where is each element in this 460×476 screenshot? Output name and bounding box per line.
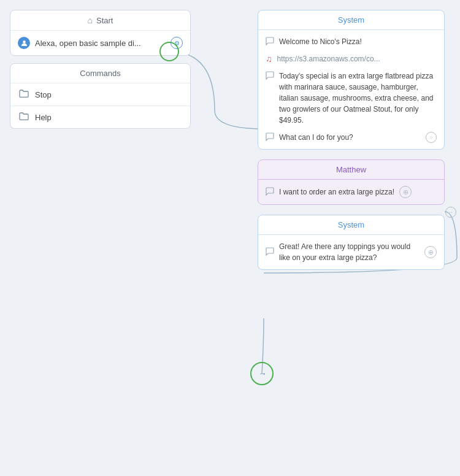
help-folder-icon xyxy=(19,112,29,122)
right-panels: System Welcome to Nico's Pizza! ♫ https:… xyxy=(258,10,445,280)
connector-circle-1[interactable] xyxy=(159,42,179,61)
home-icon: ⌂ xyxy=(88,15,93,25)
system2-body: Great! Are there any toppings you would … xyxy=(258,235,444,269)
connector-circle-2[interactable]: → xyxy=(250,362,274,385)
commands-block: Commands Stop Help xyxy=(10,63,191,129)
left-panel: ⌂ Start Alexa, open basic sample di... ⚙… xyxy=(10,10,191,129)
msg-what: What can I do for you? ○ xyxy=(266,132,437,143)
special-text: Today's special is an extra large flatbr… xyxy=(279,71,437,126)
svg-point-0 xyxy=(23,40,26,43)
commands-header: Commands xyxy=(10,64,190,83)
link-text[interactable]: https://s3.amazonaws.com/co... xyxy=(277,53,380,64)
system-panel-1: System Welcome to Nico's Pizza! ♫ https:… xyxy=(258,10,445,150)
matthew-body: I want to order an extra large pizza! ⊕ xyxy=(258,180,444,204)
msg-special: Today's special is an extra large flatbr… xyxy=(266,71,437,126)
music-icon: ♫ xyxy=(266,54,272,64)
system2-header: System xyxy=(258,215,444,235)
start-header: ⌂ Start xyxy=(10,10,190,31)
system2-toppings-text: Great! Are there any toppings you would … xyxy=(279,241,420,263)
matthew-order-text: I want to order an extra large pizza! xyxy=(279,186,394,198)
system-panel-2: System Great! Are there any toppings you… xyxy=(258,215,445,270)
chat-icon-1 xyxy=(266,37,274,47)
chat-icon-2 xyxy=(266,71,274,82)
system1-body: Welcome to Nico's Pizza! ♫ https://s3.am… xyxy=(258,30,444,149)
chat-icon-3 xyxy=(266,132,274,143)
system1-right-connector[interactable]: → xyxy=(445,207,456,218)
command-help[interactable]: Help xyxy=(10,106,190,128)
person-icon xyxy=(18,37,30,49)
chat-icon-system2 xyxy=(266,247,274,258)
msg-link: ♫ https://s3.amazonaws.com/co... xyxy=(266,53,437,64)
system1-header: System xyxy=(258,10,444,30)
start-title: Start xyxy=(96,16,113,25)
stop-label: Stop xyxy=(35,90,52,99)
chat-icon-matthew xyxy=(266,187,274,198)
help-label: Help xyxy=(35,113,52,122)
msg-matthew-order: I want to order an extra large pizza! ⊕ xyxy=(266,186,437,198)
msg-system2-toppings: Great! Are there any toppings you would … xyxy=(266,241,437,263)
intent-text: Alexa, open basic sample di... xyxy=(35,39,166,48)
system2-add-btn[interactable]: ⊕ xyxy=(424,246,437,258)
system1-expand-btn[interactable]: ○ xyxy=(426,132,437,143)
welcome-text: Welcome to Nico's Pizza! xyxy=(279,36,362,47)
what-text: What can I do for you? xyxy=(279,132,353,143)
matthew-panel: Matthew I want to order an extra large p… xyxy=(258,159,445,205)
matthew-header: Matthew xyxy=(258,160,444,180)
command-stop[interactable]: Stop xyxy=(10,83,190,106)
msg-welcome: Welcome to Nico's Pizza! xyxy=(266,36,437,47)
matthew-add-btn[interactable]: ⊕ xyxy=(399,186,412,198)
stop-folder-icon xyxy=(19,90,29,99)
